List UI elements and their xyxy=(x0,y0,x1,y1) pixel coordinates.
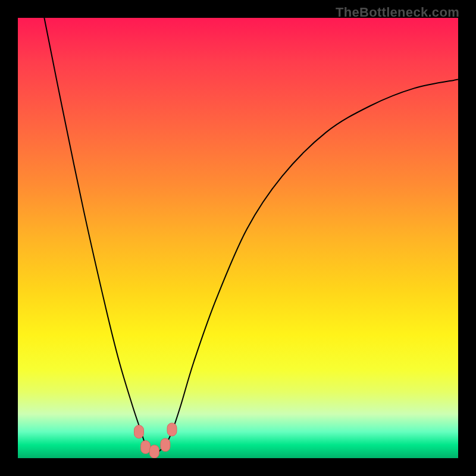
curve-marker-1 xyxy=(141,441,151,454)
bottleneck-curve xyxy=(44,18,458,453)
plot-area xyxy=(18,18,458,458)
curve-marker-3 xyxy=(161,439,170,452)
chart-svg xyxy=(18,18,458,458)
curve-marker-2 xyxy=(149,445,159,458)
curve-marker-0 xyxy=(134,425,144,439)
curve-marker-4 xyxy=(167,423,177,436)
marker-group xyxy=(134,423,177,458)
chart-frame: TheBottleneck.com xyxy=(0,0,476,476)
